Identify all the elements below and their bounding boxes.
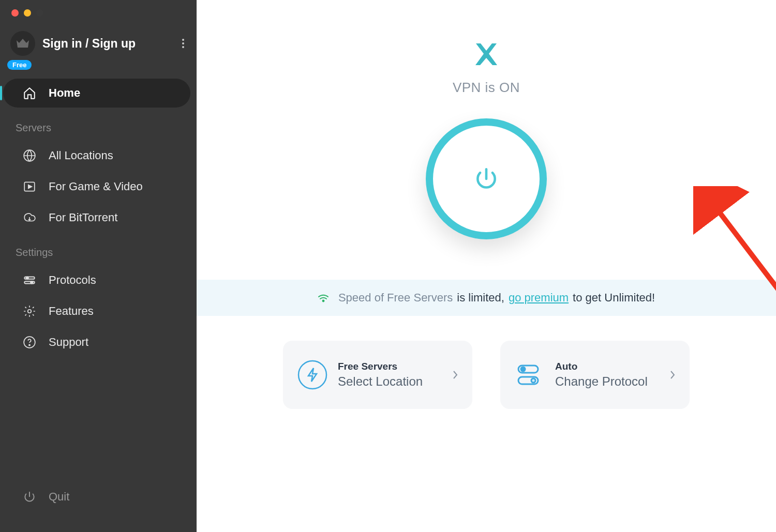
svg-point-17 bbox=[531, 378, 535, 383]
nav-home[interactable]: Home bbox=[3, 79, 190, 108]
card-subtitle: Select Location bbox=[338, 374, 453, 389]
signin-label: Sign in / Sign up bbox=[42, 37, 179, 51]
nav-label: Support bbox=[49, 336, 88, 349]
svg-point-2 bbox=[182, 46, 184, 48]
svg-point-15 bbox=[521, 367, 525, 371]
nav-label: Quit bbox=[49, 490, 69, 504]
power-ring bbox=[426, 118, 547, 239]
more-menu-button[interactable] bbox=[179, 36, 187, 51]
chevron-right-icon bbox=[670, 370, 675, 379]
card-title: Free Servers bbox=[338, 361, 453, 372]
nav-label: Home bbox=[49, 86, 80, 100]
avatar bbox=[10, 31, 35, 56]
svg-point-7 bbox=[26, 277, 28, 279]
window-minimize-button[interactable] bbox=[24, 9, 31, 17]
svg-point-8 bbox=[31, 281, 33, 283]
nav-label: For Game & Video bbox=[49, 180, 143, 193]
window-controls bbox=[0, 0, 197, 17]
more-vertical-icon bbox=[182, 39, 184, 48]
gear-icon bbox=[22, 303, 37, 319]
power-icon bbox=[22, 489, 37, 505]
svg-point-1 bbox=[182, 42, 184, 44]
svg-point-13 bbox=[299, 361, 326, 389]
power-toggle-button[interactable] bbox=[426, 118, 547, 239]
svg-point-9 bbox=[28, 310, 32, 313]
x-logo-icon bbox=[473, 42, 500, 66]
card-subtitle: Change Protocol bbox=[555, 374, 670, 389]
globe-icon bbox=[22, 148, 37, 163]
nav-protocols[interactable]: Protocols bbox=[3, 266, 190, 295]
account-row[interactable]: Sign in / Sign up bbox=[0, 17, 197, 56]
sidebar: Sign in / Sign up Free Home Servers All … bbox=[0, 0, 197, 532]
vpn-status-label: VPN is ON bbox=[453, 80, 520, 96]
nav-bittorrent[interactable]: For BitTorrent bbox=[3, 203, 190, 232]
svg-point-12 bbox=[323, 300, 324, 302]
nav-quit[interactable]: Quit bbox=[3, 482, 190, 511]
svg-point-0 bbox=[182, 39, 184, 41]
bolt-circle-icon bbox=[297, 360, 327, 390]
toggle-icon bbox=[515, 360, 545, 390]
sliders-icon bbox=[22, 272, 37, 288]
card-title: Auto bbox=[555, 361, 670, 372]
crown-icon bbox=[16, 38, 30, 49]
nav-label: Protocols bbox=[49, 273, 96, 287]
nav-label: Features bbox=[49, 305, 94, 318]
cloud-download-icon bbox=[22, 210, 37, 225]
nav: Home Servers All Locations For Game & Vi… bbox=[0, 56, 197, 357]
svg-point-11 bbox=[29, 344, 30, 345]
select-location-card[interactable]: Free Servers Select Location bbox=[283, 341, 472, 409]
change-protocol-card[interactable]: Auto Change Protocol bbox=[500, 341, 690, 409]
nav-all-locations[interactable]: All Locations bbox=[3, 141, 190, 170]
plan-badge: Free bbox=[7, 60, 32, 70]
nav-game-video[interactable]: For Game & Video bbox=[3, 172, 190, 201]
chevron-right-icon bbox=[453, 370, 458, 379]
window-close-button[interactable] bbox=[11, 9, 19, 17]
home-icon bbox=[22, 85, 37, 101]
banner-prefix: Speed of Free Servers bbox=[338, 291, 453, 305]
section-settings-label: Settings bbox=[0, 234, 197, 264]
upgrade-banner: Speed of Free Servers is limited, go pre… bbox=[197, 280, 776, 316]
nav-label: All Locations bbox=[49, 149, 113, 162]
app-logo bbox=[473, 42, 500, 66]
banner-suffix: to get Unlimited! bbox=[573, 291, 655, 305]
nav-label: For BitTorrent bbox=[49, 211, 117, 224]
cards-row: Free Servers Select Location Auto Change… bbox=[283, 341, 690, 409]
main-panel: VPN is ON Speed of Free Servers is limit… bbox=[197, 0, 776, 532]
help-circle-icon bbox=[22, 335, 37, 350]
go-premium-link[interactable]: go premium bbox=[509, 291, 569, 305]
window-zoom-button[interactable] bbox=[36, 9, 43, 17]
nav-support[interactable]: Support bbox=[3, 328, 190, 357]
play-square-icon bbox=[22, 179, 37, 194]
banner-bold: is limited, bbox=[457, 291, 504, 305]
wifi-icon bbox=[318, 293, 329, 302]
nav-features[interactable]: Features bbox=[3, 297, 190, 326]
section-servers-label: Servers bbox=[0, 110, 197, 139]
